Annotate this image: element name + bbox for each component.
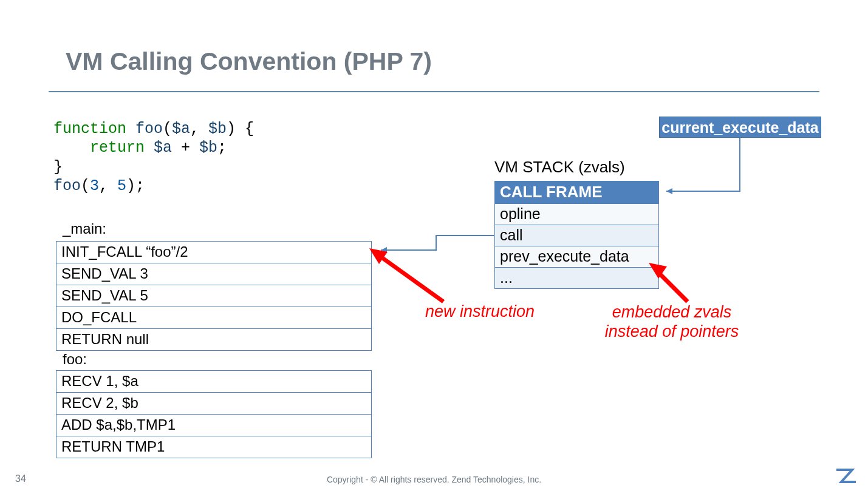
code-pun: ); — [126, 177, 145, 195]
code-var: $a — [172, 120, 190, 138]
svg-marker-3 — [369, 248, 388, 264]
op-row: RECV 1, $a — [56, 371, 372, 393]
foo-label: foo: — [63, 351, 87, 368]
svg-line-4 — [657, 271, 688, 302]
stack-row: ... — [495, 268, 659, 289]
op-row: INIT_FCALL “foo”/2 — [56, 242, 372, 263]
code-var: $b — [199, 139, 217, 157]
slide-title: VM Calling Convention (PHP 7) — [66, 47, 432, 76]
vm-stack-label: VM STACK (zvals) — [494, 158, 625, 177]
code-fn: foo — [53, 177, 81, 195]
stack-row: call — [495, 225, 659, 246]
main-label: _main: — [63, 220, 106, 237]
code-kw: function — [53, 120, 135, 138]
svg-line-2 — [379, 256, 443, 302]
annotation-embedded-zvals: embedded zvals instead of pointers — [599, 302, 745, 342]
code-pun: , — [99, 177, 117, 195]
code-var: $b — [208, 120, 227, 138]
svg-marker-0 — [666, 188, 672, 194]
op-row: RETURN null — [56, 329, 372, 351]
connector-call-to-init — [372, 206, 500, 255]
anno-line: embedded zvals — [612, 303, 732, 321]
slide: VM Calling Convention (PHP 7) function f… — [0, 0, 868, 488]
stack-header: CALL FRAME — [495, 181, 659, 204]
code-lit: 5 — [117, 177, 126, 195]
stack-row: opline — [495, 204, 659, 225]
arrow-new-instruction — [364, 246, 449, 307]
title-underline — [49, 91, 819, 92]
page-number: 34 — [15, 473, 26, 484]
main-ops-table: INIT_FCALL “foo”/2 SEND_VAL 3 SEND_VAL 5… — [56, 241, 372, 351]
footer-copyright: Copyright - © All rights reserved. Zend … — [0, 475, 868, 484]
foo-ops-table: RECV 1, $a RECV 2, $b ADD $a,$b,TMP1 RET… — [56, 370, 372, 458]
code-pun: ) { — [227, 120, 254, 138]
op-row: SEND_VAL 5 — [56, 285, 372, 307]
zend-logo-icon — [835, 469, 857, 484]
op-row: SEND_VAL 3 — [56, 263, 372, 285]
stack-table: CALL FRAME opline call prev_execute_data… — [494, 181, 659, 289]
code-op: + — [181, 139, 199, 157]
op-row: DO_FCALL — [56, 307, 372, 329]
code-pun: , — [190, 120, 208, 138]
annotation-new-instruction: new instruction — [413, 302, 547, 321]
code-pun: ( — [81, 177, 90, 195]
op-row: RECV 2, $b — [56, 393, 372, 415]
current-execute-data-box: current_execute_data — [659, 117, 821, 138]
code-fn: foo — [135, 120, 163, 138]
code-sample: function foo($a, $b) { return $a + $b; }… — [53, 120, 254, 195]
code-kw: return — [53, 139, 154, 157]
code-lit: 3 — [90, 177, 99, 195]
connector-ced-to-frame — [658, 138, 743, 196]
code-pun: ( — [163, 120, 172, 138]
stack-row: prev_execute_data — [495, 246, 659, 268]
code-var: $a — [154, 139, 181, 157]
op-row: RETURN TMP1 — [56, 436, 372, 458]
code-pun: ; — [217, 139, 227, 157]
svg-marker-1 — [381, 247, 387, 253]
anno-line: instead of pointers — [605, 322, 739, 341]
op-row: ADD $a,$b,TMP1 — [56, 415, 372, 436]
code-pun: } — [53, 158, 63, 176]
